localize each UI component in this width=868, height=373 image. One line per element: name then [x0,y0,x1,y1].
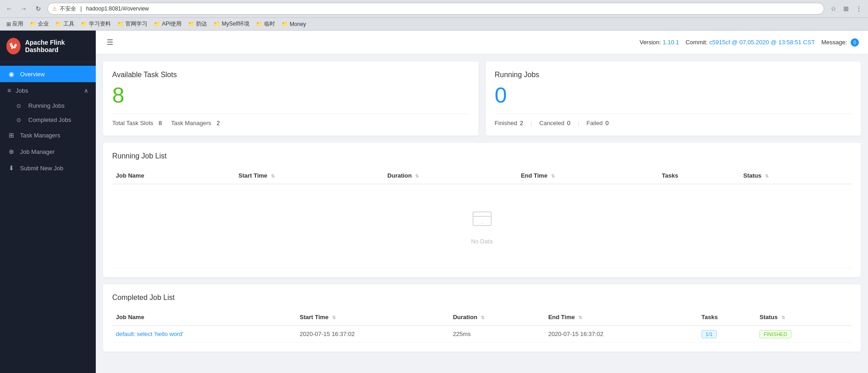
running-jobs-value: 0 [495,84,852,106]
forward-button[interactable]: → [18,3,29,14]
no-data-text: No Data [471,238,493,245]
main-content: Available Task Slots 8 Total Task Slots … [96,54,868,373]
col-start-time-label: Start Time [239,172,267,179]
sort-icon[interactable]: ⇅ [765,173,769,179]
version-value: 1.10.1 [663,39,679,46]
available-task-slots-title: Available Task Slots [112,71,469,79]
star-button[interactable]: ☆ [828,3,839,14]
bookmark-official-study[interactable]: 📁 官网学习 [114,19,150,29]
overview-label: Overview [20,71,45,78]
running-jobs-stats: Finished 2 | Canceled 0 | Failed 0 [495,120,852,126]
job-name-link[interactable]: default: select 'hello word' [116,331,183,337]
security-icon: ⚠ [52,6,57,12]
bookmark-temp[interactable]: 📁 临时 [253,19,278,29]
status-cell: FINISHED [756,326,852,342]
folder-icon: 📁 [117,21,124,27]
message-info: Message: [821,39,847,46]
end-time-cell: 2020-07-15 16:37:02 [545,326,698,342]
version-info: Version: 1.10.1 [639,39,679,46]
sort-icon[interactable]: ⇅ [271,173,275,179]
completed-job-table: Job Name Start Time ⇅ Duration ⇅ [112,309,852,342]
cjl-duration-label: Duration [453,314,477,320]
task-managers-icon: ⊞ [7,131,16,139]
task-managers-label: Task Managers [20,132,60,139]
sort-icon[interactable]: ⇅ [578,315,582,320]
cjl-status-label: Status [759,314,778,320]
message-label: Message: [821,39,847,46]
running-job-list-title: Running Job List [112,152,852,160]
extensions-button[interactable]: ⊞ [841,3,852,14]
sidebar-item-task-managers[interactable]: ⊞ Task Managers [0,127,96,143]
col-job-name: Job Name [112,168,235,184]
running-jobs-icon: ⊙ [16,103,24,109]
task-slot-stats: Total Task Slots 8 Task Managers 2 [112,120,469,126]
folder-icon: 📁 [213,21,220,27]
bookmark-yunda[interactable]: 📁 韵达 [185,19,210,29]
cjl-col-job-name: Job Name [112,309,296,326]
canceled-label: Canceled [539,120,564,126]
bookmark-api[interactable]: 📁 API使用 [151,19,184,29]
reload-button[interactable]: ↻ [33,3,44,14]
failed-value: 0 [605,120,608,126]
url-text: hadoop1:8081/#/overview [86,5,149,12]
sort-icon[interactable]: ⇅ [481,315,484,320]
apps-grid-icon: ⊞ [6,21,11,27]
sort-icon[interactable]: ⇅ [415,173,419,179]
cjl-col-end-time: End Time ⇅ [545,309,698,326]
sidebar-item-running-jobs[interactable]: ⊙ Running Jobs [0,99,96,113]
sidebar-section-jobs[interactable]: ≡ Jobs ∧ [0,82,96,99]
cjl-tasks-label: Tasks [702,314,718,320]
sidebar-item-job-manager[interactable]: ⊕ Job Manager [0,143,96,160]
sidebar-item-overview[interactable]: ◉ Overview [0,66,96,82]
sort-icon[interactable]: ⇅ [332,315,336,320]
flink-logo-icon: 🐿 [6,38,21,54]
table-row[interactable]: default: select 'hello word' 2020-07-15 … [112,326,852,342]
bookmark-apps[interactable]: ⊞ 应用 [4,19,26,29]
cjl-col-start-time: Start Time ⇅ [296,309,449,326]
menu-button[interactable]: ⋮ [853,3,864,14]
overview-icon: ◉ [7,70,16,78]
bookmark-enterprise[interactable]: 📁 企业 [27,19,52,29]
finished-stat: Finished 2 [495,120,523,126]
bookmark-tools[interactable]: 📁 工具 [52,19,77,29]
job-manager-icon: ⊕ [7,148,16,155]
commit-value: c5915cf @ 07.05.2020 @ 13:58:51 CST [709,39,815,46]
total-task-slots-label: Total Task Slots [112,120,153,126]
bookmark-myself-env[interactable]: 📁 MySelf环境 [211,19,252,29]
submit-job-icon: ⬇ [7,164,16,172]
running-job-table: Job Name Start Time ⇅ Duration ⇅ [112,168,852,268]
app-header: ☰ Version: 1.10.1 Commit: c5915cf @ 07.0… [96,31,868,54]
canceled-stat: Canceled 0 [539,120,570,126]
job-name-cell: default: select 'hello word' [112,326,296,342]
task-managers-value: 2 [217,120,220,126]
task-managers-stat: Task Managers 2 [171,120,220,126]
address-bar[interactable]: ⚠ 不安全 | hadoop1:8081/#/overview [47,3,824,15]
sidebar-item-submit-new-job[interactable]: ⬇ Submit New Job [0,160,96,176]
cjl-col-duration: Duration ⇅ [449,309,545,326]
col-status-label: Status [743,172,762,179]
no-data-row: No Data [112,184,852,268]
sort-icon[interactable]: ⇅ [551,173,555,179]
duration-cell: 225ms [449,326,545,342]
running-job-list-section: Running Job List Job Name Start Time ⇅ [103,143,861,277]
folder-icon: 📁 [154,21,161,27]
jobs-icon: ≡ [7,87,11,94]
sidebar-item-completed-jobs[interactable]: ⊙ Completed Jobs [0,113,96,127]
back-button[interactable]: ← [4,3,15,14]
tasks-cell: 1/1 [698,326,756,342]
sort-icon[interactable]: ⇅ [781,315,785,320]
canceled-value: 0 [567,120,570,126]
col-duration-label: Duration [387,172,411,179]
task-managers-label: Task Managers [171,120,211,126]
finished-value: 2 [520,120,523,126]
jobs-chevron-icon: ∧ [84,87,88,94]
header-right: Version: 1.10.1 Commit: c5915cf @ 07.05.… [639,38,859,47]
cjl-start-time-label: Start Time [300,314,328,320]
jobs-label: Jobs [16,87,28,94]
app-layout: 🐿 Apache Flink Dashboard ◉ Overview ≡ Jo… [0,31,868,373]
bookmark-study-materials[interactable]: 📁 学习资料 [78,19,114,29]
app-title: Apache Flink Dashboard [25,39,89,53]
menu-toggle-button[interactable]: ☰ [105,36,115,48]
bookmark-money[interactable]: 📁 Money [279,20,309,28]
available-task-slots-card: Available Task Slots 8 Total Task Slots … [103,62,478,136]
